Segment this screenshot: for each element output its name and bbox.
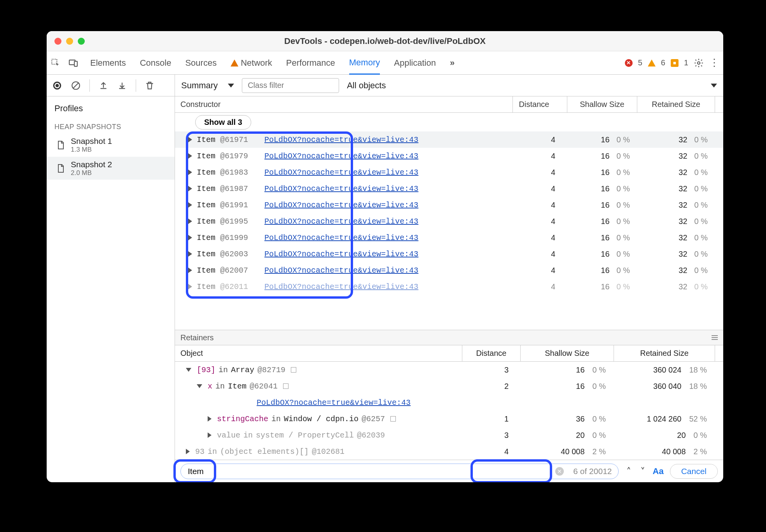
all-objects-dropdown[interactable]: All objects [347,80,386,91]
menu-icon[interactable] [712,335,718,340]
match-case-toggle[interactable]: Aa [653,466,664,476]
retainer-row[interactable]: [93] in Array @82719 3 160 % 360 02418 % [175,362,723,378]
chevron-down-icon[interactable] [711,84,717,88]
expand-icon[interactable] [188,251,192,257]
source-link[interactable]: PoLdbOX?nocache=true&view=live:43 [264,168,418,177]
save-icon[interactable] [117,80,127,91]
tab-elements[interactable]: Elements [90,51,126,74]
more-tabs-icon[interactable]: » [450,58,455,68]
tab-performance[interactable]: Performance [286,51,335,74]
expand-icon[interactable] [188,284,192,289]
expand-icon[interactable] [188,186,192,191]
sidebar: Profiles HEAP SNAPSHOTS Snapshot 1 1.3 M… [47,75,175,482]
col-shallow[interactable]: Shallow Size [567,96,637,112]
source-link[interactable]: PoLdbOX?nocache=true&view=live:43 [264,233,418,242]
snapshot-item[interactable]: Snapshot 1 1.3 MB [47,133,175,157]
tab-network[interactable]: Network [231,51,272,74]
table-row[interactable]: Item @61979 PoLdbOX?nocache=true&view=li… [175,148,723,164]
tab-console[interactable]: Console [140,51,171,74]
expand-icon[interactable] [188,268,192,273]
expand-icon[interactable] [188,170,192,175]
clear-icon[interactable] [71,80,81,91]
col-shallow[interactable]: Shallow Size [520,345,614,361]
source-link[interactable]: PoLdbOX?nocache=true&view=live:43 [264,201,418,210]
source-link[interactable]: PoLdbOX?nocache=true&view=live:43 [264,282,418,291]
expand-icon[interactable] [208,432,212,438]
table-row[interactable]: Item @62011 PoLdbOX?nocache=true&view=li… [175,278,723,295]
kebab-icon[interactable]: ⋮ [709,58,719,68]
settings-icon[interactable] [694,58,704,68]
table-row[interactable]: Item @62003 PoLdbOX?nocache=true&view=li… [175,246,723,262]
search-input-wrap[interactable]: ✕6 of 20012 [180,464,619,479]
class-filter-input[interactable] [247,80,334,90]
warning-icon [231,60,238,66]
col-retained[interactable]: Retained Size [637,96,715,112]
search-cancel-button[interactable]: Cancel [670,464,718,479]
table-row[interactable]: Item @61971 PoLdbOX?nocache=true&view=li… [175,131,723,148]
retainer-row[interactable]: value in system / PropertyCell @62039 3 … [175,427,723,443]
tab-sources[interactable]: Sources [185,51,217,74]
search-prev-icon[interactable]: ˄ [625,466,633,477]
col-distance[interactable]: Distance [512,96,567,112]
expand-icon[interactable] [188,235,192,240]
expand-icon[interactable] [188,202,192,208]
load-icon[interactable] [98,80,108,91]
expand-icon[interactable] [188,219,192,224]
cell-retained: 360 02418 % [614,366,715,374]
close-window-icon[interactable] [54,38,61,45]
search-next-icon[interactable]: ˅ [639,466,647,477]
retainer-row[interactable]: x in Item @62041 2 160 % 360 04018 % [175,378,723,394]
table-row[interactable]: Item @61999 PoLdbOX?nocache=true&view=li… [175,229,723,246]
view-dropdown[interactable]: Summary [181,80,234,91]
table-row[interactable]: Item @61995 PoLdbOX?nocache=true&view=li… [175,213,723,229]
tabbar-right: ✕5 6 ■1 ⋮ [621,51,719,74]
col-distance[interactable]: Distance [462,345,520,361]
show-all-button[interactable]: Show all 3 [195,115,251,130]
retainer-row[interactable]: 93 in (object elements)[] @102681 4 40 0… [175,443,723,460]
profiles-toolbar [47,75,175,96]
error-icon[interactable]: ✕ [625,59,633,67]
device-toolbar-icon[interactable] [68,58,79,68]
index: x [208,382,212,391]
col-retained[interactable]: Retained Size [614,345,715,361]
table-row[interactable]: Item @61991 PoLdbOX?nocache=true&view=li… [175,197,723,213]
col-constructor[interactable]: Constructor [175,96,512,112]
expand-icon[interactable] [208,416,212,422]
tab-memory[interactable]: Memory [349,52,380,75]
source-link[interactable]: PoLdbOX?nocache=true&view=live:43 [264,266,418,275]
collapse-icon[interactable] [197,384,202,388]
source-link[interactable]: PoLdbOX?nocache=true&view=live:43 [264,217,418,226]
table-row[interactable]: Item @61987 PoLdbOX?nocache=true&view=li… [175,180,723,197]
clear-search-icon[interactable]: ✕ [555,467,564,476]
in-keyword: in [243,431,253,440]
col-object[interactable]: Object [175,345,462,361]
retainers-body[interactable]: [93] in Array @82719 3 160 % 360 02418 %… [175,362,723,460]
delete-icon[interactable] [145,80,155,91]
minimize-window-icon[interactable] [66,38,73,45]
zoom-window-icon[interactable] [78,38,85,45]
collapse-icon[interactable] [186,368,191,372]
search-input[interactable] [187,466,550,476]
retainer-row[interactable]: stringCache in Window / cdpn.io @6257 1 … [175,411,723,427]
cell-shallow: 160 % [520,366,614,374]
source-link[interactable]: PoLdbOX?nocache=true&view=live:43 [264,135,418,144]
expand-icon[interactable] [188,153,192,159]
source-link[interactable]: PoLdbOX?nocache=true&view=live:43 [264,250,418,259]
issues-icon[interactable]: ■ [671,59,679,67]
record-icon[interactable] [52,80,62,91]
source-link[interactable]: PoLdbOX?nocache=true&view=live:43 [257,398,411,407]
expand-icon[interactable] [186,449,190,454]
expand-icon[interactable] [188,137,192,142]
snapshot-item[interactable]: Snapshot 2 2.0 MB [47,157,175,180]
warning-icon[interactable] [648,60,656,66]
table-row[interactable]: Item @61983 PoLdbOX?nocache=true&view=li… [175,164,723,180]
traffic-lights [47,38,85,45]
source-link[interactable]: PoLdbOX?nocache=true&view=live:43 [264,184,418,193]
retainers-header[interactable]: Retainers [175,330,723,345]
tab-application[interactable]: Application [394,51,436,74]
grid-body[interactable]: Show all 3 Item @61971 PoLdbOX?nocache=t… [175,113,723,330]
inspect-icon[interactable] [51,58,61,68]
source-link[interactable]: PoLdbOX?nocache=true&view=live:43 [264,152,418,161]
table-row[interactable]: Item @62007 PoLdbOX?nocache=true&view=li… [175,262,723,278]
class-filter[interactable] [242,78,339,93]
